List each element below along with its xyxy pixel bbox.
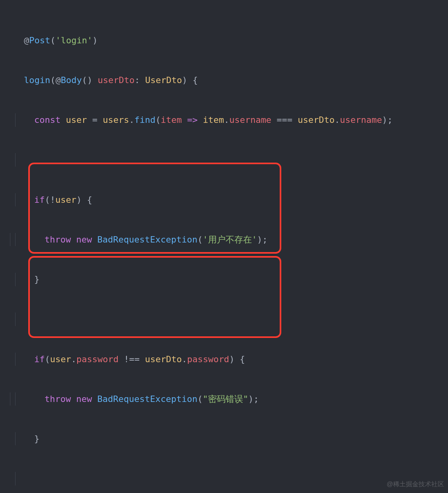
line-login-sig: login(@Body() userDto: UserDto) {	[24, 74, 448, 87]
line-close-if1: }	[24, 273, 448, 286]
blank-line	[24, 472, 448, 485]
code-editor: @Post('login') login(@Body() userDto: Us…	[0, 0, 448, 493]
ctor-bre: BadRequestException	[97, 235, 197, 245]
route-login: 'login'	[55, 35, 92, 45]
fn-login: login	[24, 75, 50, 85]
line-decorator: @Post('login')	[24, 34, 448, 47]
type-userDto: UserDto	[145, 75, 182, 85]
param-userDto: userDto	[97, 75, 134, 85]
body-fn: Body	[61, 75, 82, 85]
blank-line	[24, 312, 448, 326]
str-user-not-exist: '用户不存在'	[203, 235, 257, 245]
param-item: item	[161, 115, 182, 125]
line-close-if2: }	[24, 432, 448, 445]
line-throw-bad-user: throw new BadRequestException('用户不存在');	[24, 233, 448, 246]
post-fn: Post	[29, 35, 50, 45]
blank-line	[24, 153, 448, 166]
var-user: user	[66, 115, 87, 125]
str-password-error: "密码错误"	[203, 394, 248, 404]
var-users: users	[103, 115, 129, 125]
watermark: @稀土掘金技术社区	[387, 477, 444, 491]
line-const-user: const user = users.find(item => item.use…	[24, 113, 448, 126]
at-symbol: @	[24, 35, 29, 45]
line-if-not-user: if(!user) {	[24, 193, 448, 206]
line-throw-bad-pw: throw new BadRequestException("密码错误");	[24, 392, 448, 406]
line-if-password: if(user.password !== userDto.password) {	[24, 353, 448, 366]
fn-find: find	[134, 115, 156, 125]
